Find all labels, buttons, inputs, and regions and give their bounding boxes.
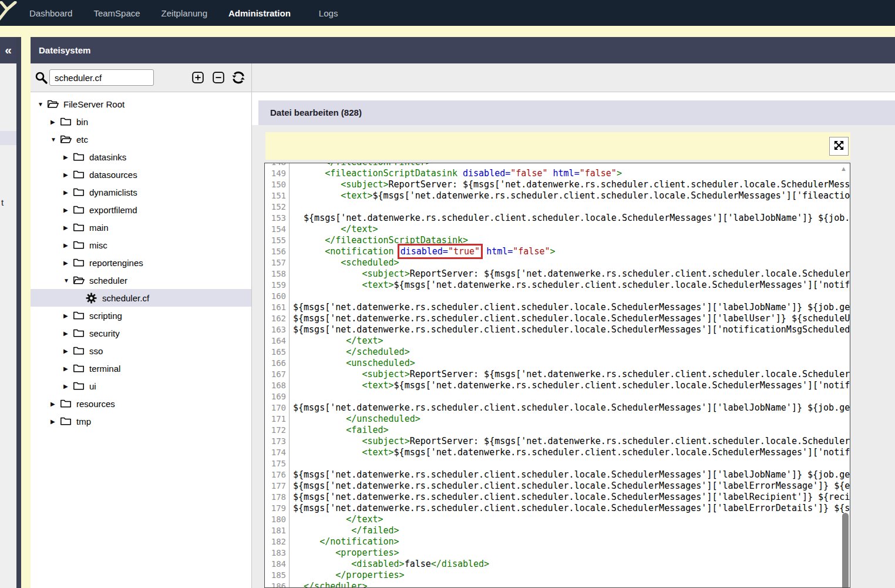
code-line-186[interactable]: 186 </scheduler> bbox=[265, 581, 850, 588]
nav-item-zeitplanung[interactable]: Zeitplanung bbox=[161, 8, 207, 18]
arrow-collapsed-icon[interactable]: ▶ bbox=[51, 119, 60, 125]
tree-item-dynamiclists[interactable]: ▶dynamiclists bbox=[31, 183, 251, 201]
tree-item-datasinks[interactable]: ▶datasinks bbox=[31, 148, 251, 166]
top-navbar: DashboardTeamSpaceZeitplanungAdministrat… bbox=[0, 0, 895, 26]
code-text: <disabled>false</disabled> bbox=[289, 559, 489, 570]
app-logo-icon[interactable] bbox=[0, 1, 18, 25]
refresh-button[interactable] bbox=[231, 71, 245, 85]
tree-item-terminal[interactable]: ▶terminal bbox=[31, 359, 251, 377]
code-line-159[interactable]: 159 <text>${msgs['net.datenwerke.rs.sche… bbox=[265, 280, 850, 291]
tree-item-label: scheduler.cf bbox=[102, 293, 149, 303]
arrow-collapsed-icon[interactable]: ▶ bbox=[51, 401, 60, 407]
arrow-collapsed-icon[interactable]: ▶ bbox=[63, 189, 73, 196]
code-line-173[interactable]: 173 <subject>ReportServer: ${msgs['net.d… bbox=[265, 436, 850, 447]
collapse-all-button[interactable] bbox=[212, 72, 225, 85]
code-line-176[interactable]: 176${msgs['net.datenwerke.rs.scheduler.c… bbox=[265, 469, 850, 481]
tree-item-etc[interactable]: ▼etc bbox=[31, 130, 251, 148]
code-line-174[interactable]: 174 <text>${msgs['net.datenwerke.rs.sche… bbox=[265, 447, 850, 458]
arrow-expanded-icon[interactable]: ▼ bbox=[63, 277, 73, 284]
code-line-153[interactable]: 153 ${msgs['net.datenwerke.rs.scheduler.… bbox=[265, 213, 850, 224]
code-line-184[interactable]: 184 <disabled>false</disabled> bbox=[265, 559, 850, 570]
code-line-177[interactable]: 177${msgs['net.datenwerke.rs.scheduler.c… bbox=[265, 481, 850, 492]
scrollbar-thumb[interactable] bbox=[842, 513, 849, 588]
code-line-168[interactable]: 168 <text>${msgs['net.datenwerke.rs.sche… bbox=[265, 380, 850, 391]
code-line-160[interactable]: 160 bbox=[265, 291, 850, 302]
code-line-175[interactable]: 175 bbox=[265, 458, 850, 469]
tree-item-scheduler-cf[interactable]: scheduler.cf bbox=[31, 289, 251, 307]
tree-item-sso[interactable]: ▶sso bbox=[31, 342, 251, 359]
code-token-txt: ${msgs['net.datenwerke.rs.scheduler.clie… bbox=[304, 213, 850, 223]
code-line-151[interactable]: 151 <text>${msgs['net.datenwerke.rs.sche… bbox=[265, 190, 850, 201]
tree-item-reportengines[interactable]: ▶reportengines bbox=[31, 254, 251, 271]
code-line-183[interactable]: 183 <properties> bbox=[265, 547, 850, 559]
code-line-179[interactable]: 179${msgs['net.datenwerke.rs.scheduler.c… bbox=[265, 503, 850, 514]
code-line-169[interactable]: 169 bbox=[265, 391, 850, 402]
code-line-161[interactable]: 161${msgs['net.datenwerke.rs.scheduler.c… bbox=[265, 302, 850, 313]
code-line-162[interactable]: 162${msgs['net.datenwerke.rs.scheduler.c… bbox=[265, 313, 850, 324]
arrow-collapsed-icon[interactable]: ▶ bbox=[63, 260, 73, 266]
code-line-154[interactable]: 154 </text> bbox=[265, 224, 850, 235]
tree-item-exportfilemd[interactable]: ▶exportfilemd bbox=[31, 201, 251, 219]
code-line-152[interactable]: 152 bbox=[265, 201, 850, 213]
nav-item-logs[interactable]: Logs bbox=[319, 8, 338, 18]
code-line-163[interactable]: 163${msgs['net.datenwerke.rs.scheduler.c… bbox=[265, 324, 850, 335]
arrow-collapsed-icon[interactable]: ▶ bbox=[63, 313, 73, 319]
arrow-collapsed-icon[interactable]: ▶ bbox=[63, 348, 73, 354]
tree-item-label: terminal bbox=[89, 364, 120, 374]
search-input[interactable] bbox=[49, 69, 154, 86]
code-line-155[interactable]: 155 </fileactionScriptDatasink> bbox=[265, 235, 850, 246]
tree-item-misc[interactable]: ▶misc bbox=[31, 236, 251, 254]
code-token-txt: ${msgs['net.datenwerke.rs.scheduler.clie… bbox=[293, 313, 850, 324]
arrow-collapsed-icon[interactable]: ▶ bbox=[63, 242, 73, 248]
code-line-180[interactable]: 180 </text> bbox=[265, 514, 850, 525]
tree-item-main[interactable]: ▶main bbox=[31, 219, 251, 236]
tree-item-fileserver-root[interactable]: ▼FileServer Root bbox=[31, 95, 251, 113]
arrow-collapsed-icon[interactable]: ▶ bbox=[63, 172, 73, 178]
code-line-181[interactable]: 181 </failed> bbox=[265, 525, 850, 536]
panel-splitter[interactable] bbox=[16, 37, 21, 588]
tree-item-datasources[interactable]: ▶datasources bbox=[31, 166, 251, 183]
collapse-panel-button[interactable]: « bbox=[0, 37, 16, 63]
code-line-172[interactable]: 172 <failed> bbox=[265, 425, 850, 436]
tree-item-tmp[interactable]: ▶tmp bbox=[31, 412, 251, 430]
code-line-182[interactable]: 182 </notification> bbox=[265, 536, 850, 547]
code-line-148[interactable]: 148 </fileactionPrinter> bbox=[265, 163, 850, 168]
code-line-165[interactable]: 165 </scheduled> bbox=[265, 347, 850, 358]
fullscreen-button[interactable] bbox=[829, 137, 849, 156]
code-line-170[interactable]: 170${msgs['net.datenwerke.rs.scheduler.c… bbox=[265, 402, 850, 414]
code-line-157[interactable]: 157 <scheduled> bbox=[265, 257, 850, 268]
code-line-156[interactable]: 156 <notification disabled="true" html="… bbox=[265, 246, 850, 257]
tree-item-ui[interactable]: ▶ui bbox=[31, 377, 251, 395]
code-line-158[interactable]: 158 <subject>ReportServer: ${msgs['net.d… bbox=[265, 268, 850, 280]
arrow-collapsed-icon[interactable]: ▶ bbox=[63, 154, 73, 160]
arrow-collapsed-icon[interactable]: ▶ bbox=[63, 383, 73, 389]
arrow-collapsed-icon[interactable]: ▶ bbox=[51, 418, 60, 425]
arrow-collapsed-icon[interactable]: ▶ bbox=[63, 224, 73, 231]
expand-all-button[interactable] bbox=[191, 72, 204, 85]
code-line-171[interactable]: 171 </unscheduled> bbox=[265, 414, 850, 425]
tree-item-resources[interactable]: ▶resources bbox=[31, 395, 251, 412]
code-line-167[interactable]: 167 <subject>ReportServer: ${msgs['net.d… bbox=[265, 369, 850, 380]
nav-item-teamspace[interactable]: TeamSpace bbox=[93, 8, 140, 18]
nav-item-dashboard[interactable]: Dashboard bbox=[29, 8, 72, 18]
code-line-164[interactable]: 164 </text> bbox=[265, 335, 850, 347]
code-token-txt: ReportServer: ${msgs['net.datenwerke.rs.… bbox=[410, 268, 850, 279]
nav-item-administration[interactable]: Administration bbox=[228, 8, 291, 18]
arrow-expanded-icon[interactable]: ▼ bbox=[51, 136, 60, 143]
tree-item-security[interactable]: ▶security bbox=[31, 324, 251, 342]
code-editor[interactable]: 148 </fileactionPrinter>149 <fileactionS… bbox=[264, 163, 850, 588]
code-token-txt: false bbox=[405, 559, 431, 569]
code-line-149[interactable]: 149 <fileactionScriptDatasink disabled="… bbox=[265, 168, 850, 179]
code-line-150[interactable]: 150 <subject>ReportServer: ${msgs['net.d… bbox=[265, 179, 850, 190]
arrow-collapsed-icon[interactable]: ▶ bbox=[63, 207, 73, 213]
arrow-collapsed-icon[interactable]: ▶ bbox=[63, 365, 73, 372]
arrow-expanded-icon[interactable]: ▼ bbox=[38, 101, 47, 107]
code-line-166[interactable]: 166 <unscheduled> bbox=[265, 358, 850, 369]
arrow-collapsed-icon[interactable]: ▶ bbox=[63, 330, 73, 337]
code-line-178[interactable]: 178${msgs['net.datenwerke.rs.scheduler.c… bbox=[265, 492, 850, 503]
code-line-185[interactable]: 185 </properties> bbox=[265, 570, 850, 581]
tree-item-scheduler[interactable]: ▼scheduler bbox=[31, 271, 251, 289]
tree-item-bin[interactable]: ▶bin bbox=[31, 113, 251, 130]
scrollbar-up-icon[interactable]: ▲ bbox=[840, 165, 847, 172]
tree-item-scripting[interactable]: ▶scripting bbox=[31, 307, 251, 324]
